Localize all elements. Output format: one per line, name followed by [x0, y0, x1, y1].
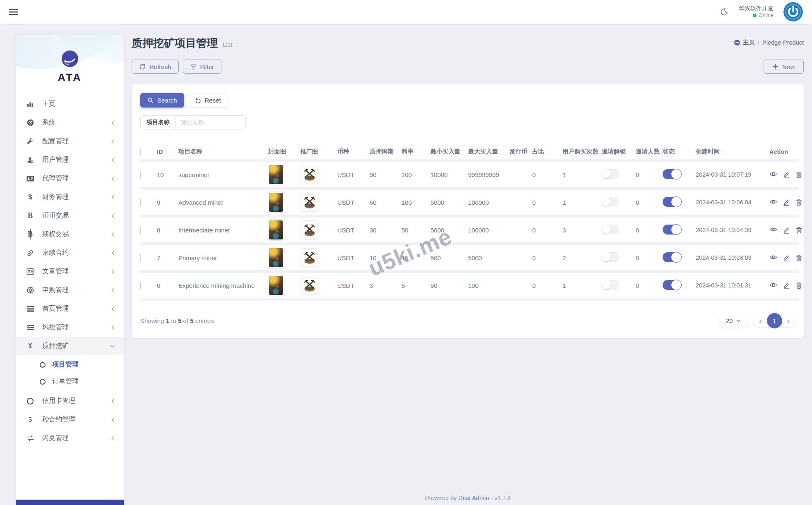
sidebar-item-risk[interactable]: 风控管理 — [16, 318, 124, 337]
column-header[interactable]: 项目名称 — [178, 148, 268, 156]
sidebar-subitem-pledge-orders[interactable]: 订单管理 — [16, 373, 124, 390]
column-header[interactable]: 用户购买次数 — [562, 148, 602, 156]
buy-count-cell: 1 — [562, 171, 602, 178]
per-page-select[interactable]: 20 — [720, 314, 747, 328]
row-checkbox[interactable] — [140, 171, 141, 179]
status-cell — [663, 197, 696, 208]
sidebar-item-articles[interactable]: 文章管理 — [16, 262, 124, 281]
column-header[interactable]: 创建时间↑ — [696, 148, 769, 156]
sidebar-item-flash-exchange[interactable]: 闪兑管理 — [16, 429, 124, 448]
view-button[interactable] — [769, 282, 777, 289]
edit-button[interactable] — [783, 254, 790, 261]
select-all-checkbox[interactable] — [140, 148, 141, 156]
brand[interactable]: ATA — [16, 35, 124, 84]
column-header[interactable]: ID↑ — [157, 148, 178, 155]
column-header[interactable]: 利率 — [401, 148, 430, 156]
status-toggle[interactable] — [663, 197, 681, 207]
promo-image[interactable] — [300, 276, 319, 295]
status-toggle[interactable] — [663, 225, 681, 235]
promo-image[interactable] — [300, 220, 319, 239]
sidebar-item-perpetual[interactable]: 永续合约 — [16, 244, 124, 262]
user-meta[interactable]: 华兴软件开发 Online — [739, 5, 774, 19]
delete-button[interactable] — [795, 199, 802, 206]
sidebar-scrollbar[interactable] — [16, 500, 124, 505]
view-button[interactable] — [769, 226, 777, 234]
column-header[interactable]: 推广图 — [300, 148, 337, 156]
project-name-input[interactable] — [176, 116, 245, 129]
row-checkbox[interactable] — [140, 282, 141, 290]
reset-button[interactable]: Reset — [188, 93, 228, 108]
cover-image[interactable] — [268, 192, 284, 213]
topbar: 华兴软件开发 Online — [0, 0, 812, 24]
column-header[interactable]: 最大买入量 — [468, 148, 509, 156]
sidebar-item-users[interactable]: 用户管理 — [16, 151, 124, 169]
next-page-button[interactable]: › — [786, 317, 790, 325]
column-header[interactable]: 最小买入量 — [430, 148, 468, 156]
delete-button[interactable] — [795, 282, 802, 289]
cover-image[interactable] — [268, 220, 284, 240]
hamburger-menu-icon[interactable] — [9, 7, 20, 17]
promo-image[interactable] — [300, 193, 319, 212]
column-header[interactable]: 发行币 — [509, 148, 532, 156]
column-header[interactable]: 占比 — [532, 148, 562, 156]
sidebar-item-homepage[interactable]: 首页管理 — [16, 299, 124, 318]
delete-button[interactable] — [795, 226, 802, 234]
dark-mode-moon-icon[interactable] — [719, 7, 729, 17]
view-button[interactable] — [769, 171, 777, 178]
edit-button[interactable] — [783, 226, 790, 234]
new-button[interactable]: New — [764, 60, 804, 74]
column-header[interactable]: Action — [769, 148, 799, 155]
invite-unlock-toggle[interactable] — [602, 280, 619, 290]
sidebar-item-subscription[interactable]: 申购管理 — [16, 281, 124, 299]
column-label: Action — [769, 148, 788, 155]
edit-button[interactable] — [783, 171, 790, 178]
sidebar-item-finance[interactable]: $财务管理 — [16, 188, 124, 206]
sidebar-item-home[interactable]: 主页 — [16, 95, 124, 113]
row-checkbox[interactable] — [140, 254, 141, 262]
row-checkbox[interactable] — [140, 226, 141, 234]
sidebar-item-credit-card[interactable]: 信用卡管理 — [16, 392, 124, 410]
column-header[interactable]: 质押周期 — [370, 148, 401, 156]
cover-image[interactable] — [268, 247, 284, 268]
invite-unlock-toggle[interactable] — [602, 169, 619, 179]
promo-image[interactable] — [300, 165, 319, 184]
view-button[interactable] — [769, 254, 777, 261]
dcat-admin-link[interactable]: Dcat Admin — [459, 495, 489, 501]
invite-unlock-toggle[interactable] — [602, 252, 619, 262]
column-header[interactable]: 币种 — [337, 148, 370, 156]
sidebar-item-spot-trade[interactable]: B币币交易 — [16, 206, 124, 225]
view-button[interactable] — [769, 199, 777, 206]
edit-button[interactable] — [783, 199, 790, 206]
column-header[interactable]: 状态 — [663, 148, 696, 156]
current-page-button[interactable]: 1 — [767, 313, 782, 328]
sidebar-item-options-trade[interactable]: B期权交易 — [16, 225, 124, 244]
status-toggle[interactable] — [663, 280, 681, 290]
filter-button[interactable]: Filter — [183, 60, 221, 74]
search-button[interactable]: Search — [140, 93, 184, 108]
delete-button[interactable] — [795, 254, 802, 261]
row-checkbox[interactable] — [140, 199, 141, 206]
invite-unlock-toggle[interactable] — [602, 197, 619, 206]
column-header[interactable]: 邀请人数 — [636, 148, 663, 156]
sidebar-item-agents[interactable]: 代理管理 — [16, 169, 124, 188]
invite-unlock-toggle[interactable] — [602, 225, 619, 234]
status-toggle[interactable] — [663, 169, 681, 179]
cover-image[interactable] — [268, 164, 284, 185]
avatar[interactable] — [783, 2, 803, 22]
promo-image[interactable] — [300, 248, 319, 267]
sidebar-item-config[interactable]: 配置管理 — [16, 132, 124, 151]
column-header[interactable]: 邀请解锁 — [602, 148, 636, 156]
status-toggle[interactable] — [663, 252, 681, 262]
sidebar-subitem-pledge-products[interactable]: 项目管理 — [16, 356, 124, 373]
sidebar-item-pledge-mining[interactable]: ¥质押挖矿 — [16, 337, 124, 355]
edit-button[interactable] — [783, 282, 790, 289]
cover-image[interactable] — [268, 275, 284, 296]
sidebar-item-seconds-contract[interactable]: 5秒合约管理 — [16, 410, 124, 429]
column-header[interactable]: 封面图 — [268, 148, 300, 156]
delete-button[interactable] — [795, 171, 802, 178]
prev-page-button[interactable]: ‹ — [758, 317, 762, 325]
max-buy-cell: 5000 — [468, 254, 509, 261]
refresh-button[interactable]: Refresh — [132, 60, 179, 74]
breadcrumb-home-link[interactable]: 主页 — [734, 38, 755, 46]
sidebar-item-system[interactable]: 系统 — [16, 113, 124, 132]
